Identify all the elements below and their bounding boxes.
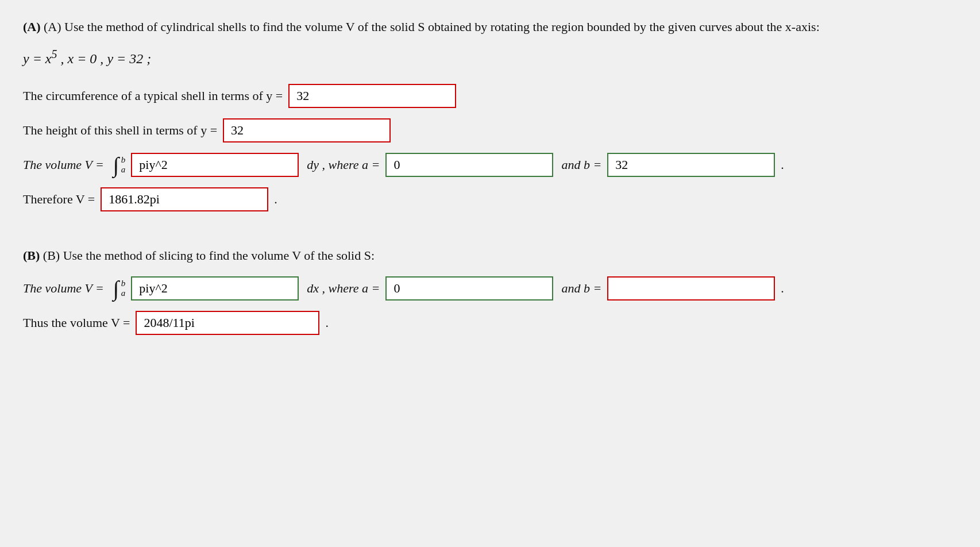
- therefore-label: Therefore V =: [23, 192, 95, 207]
- therefore-input[interactable]: [101, 187, 268, 211]
- circumference-label: The circumference of a typical shell in …: [23, 88, 283, 103]
- part-a-label: (A): [23, 20, 41, 34]
- and-b-text-a: and b =: [561, 157, 601, 172]
- integrand-input-b[interactable]: [131, 276, 299, 301]
- period-therefore: .: [274, 192, 277, 207]
- b-value-input-b[interactable]: [607, 276, 775, 301]
- part-b-label: (B): [23, 248, 40, 263]
- volume-label-a: The volume V =: [23, 157, 107, 172]
- integral-upper-b: b: [121, 279, 126, 288]
- b-value-input-a[interactable]: [607, 153, 775, 177]
- part-b: (B) (B) Use the method of slicing to fin…: [23, 246, 942, 335]
- integral-limits-a: b a: [121, 155, 126, 175]
- and-b-text-b: and b =: [561, 281, 601, 296]
- integrand-input-a[interactable]: [131, 153, 299, 177]
- part-b-intro: (B) (B) Use the method of slicing to fin…: [23, 246, 942, 265]
- thus-input[interactable]: [136, 311, 319, 335]
- height-label: The height of this shell in terms of y =: [23, 123, 217, 138]
- height-input[interactable]: [223, 118, 391, 142]
- integral-upper-a: b: [121, 155, 126, 165]
- thus-row: Thus the volume V = .: [23, 311, 942, 335]
- volume-label-b: The volume V =: [23, 281, 107, 296]
- part-a-intro-text: (A) Use the method of cylindrical shells…: [44, 20, 820, 34]
- equation-line: y = x5 , x = 0 , y = 32 ;: [23, 48, 942, 67]
- integral-limits-b: b a: [121, 279, 126, 298]
- circumference-row: The circumference of a typical shell in …: [23, 84, 942, 108]
- period-a: .: [781, 157, 784, 172]
- volume-integral-row-b: The volume V = ∫ b a dx , where a = and …: [23, 276, 942, 301]
- dy-text-a: dy , where a =: [307, 157, 380, 172]
- a-value-input-b[interactable]: [385, 276, 553, 301]
- part-b-intro-text: (B) Use the method of slicing to find th…: [43, 248, 375, 263]
- integral-symbol-b: ∫: [113, 278, 118, 299]
- a-value-input-a[interactable]: [385, 153, 553, 177]
- integral-lower-b: a: [121, 288, 126, 298]
- part-a: (A) (A) Use the method of cylindrical sh…: [23, 17, 942, 211]
- period-b: .: [781, 281, 784, 296]
- volume-integral-row-a: The volume V = ∫ b a dy , where a = and …: [23, 153, 942, 177]
- circumference-input[interactable]: [288, 84, 456, 108]
- problem-section: (A) (A) Use the method of cylindrical sh…: [23, 17, 942, 335]
- part-a-intro: (A) (A) Use the method of cylindrical sh…: [23, 17, 942, 36]
- dx-text-b: dx , where a =: [307, 281, 380, 296]
- thus-label: Thus the volume V =: [23, 315, 130, 330]
- integral-lower-a: a: [121, 165, 126, 175]
- period-thus: .: [325, 315, 329, 330]
- integral-symbol-a: ∫: [113, 154, 118, 176]
- height-row: The height of this shell in terms of y =: [23, 118, 942, 142]
- therefore-row: Therefore V = .: [23, 187, 942, 211]
